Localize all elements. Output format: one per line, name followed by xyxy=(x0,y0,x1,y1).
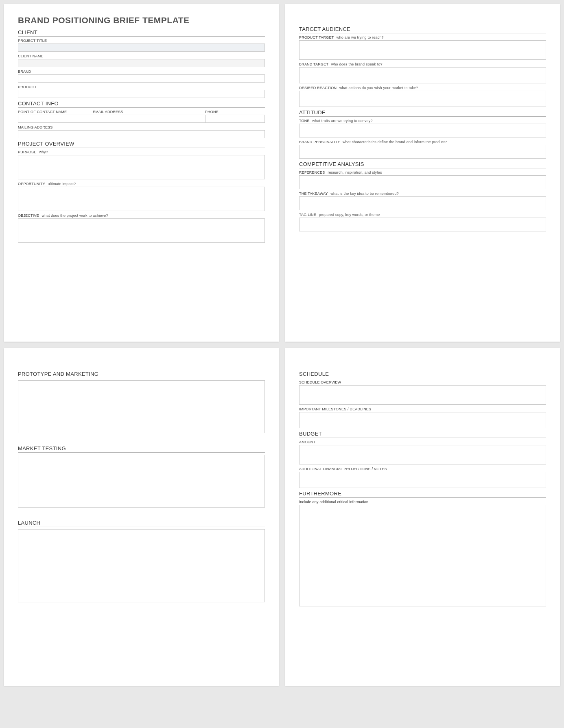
input-market-testing[interactable] xyxy=(18,455,265,508)
section-target-audience: TARGET AUDIENCE xyxy=(299,26,546,33)
label-schedule-overview: SCHEDULE OVERVIEW xyxy=(299,380,546,384)
label-tagline: TAG LINE prepared copy, key words, or th… xyxy=(299,213,546,217)
label-tone: TONE what traits are we trying to convey… xyxy=(299,119,546,123)
label-personality: BRAND PERSONALITY what characteristics d… xyxy=(299,140,546,144)
section-contact: CONTACT INFO xyxy=(18,100,265,108)
section-prototype: PROTOTYPE AND MARKETING xyxy=(18,371,265,378)
input-desired-reaction[interactable] xyxy=(299,91,546,107)
label-product: PRODUCT xyxy=(18,85,265,89)
input-purpose[interactable] xyxy=(18,155,265,179)
label-furthermore-hint: include any additional critical informat… xyxy=(299,500,546,504)
section-overview: PROJECT OVERVIEW xyxy=(18,141,265,148)
input-tagline[interactable] xyxy=(299,218,546,231)
input-schedule-overview[interactable] xyxy=(299,385,546,405)
label-brand: BRAND xyxy=(18,70,265,74)
label-objective: OBJECTIVE what does the project work to … xyxy=(18,214,265,218)
label-brand-target: BRAND TARGET who does the brand speak to… xyxy=(299,62,546,66)
label-takeaway: THE TAKEAWAY what is the key idea to be … xyxy=(299,192,546,196)
section-launch: LAUNCH xyxy=(18,520,265,527)
section-attitude: ATTITUDE xyxy=(299,109,546,117)
section-market-testing: MARKET TESTING xyxy=(18,445,265,453)
input-personality[interactable] xyxy=(299,145,546,159)
section-furthermore: FURTHERMORE xyxy=(299,490,546,498)
label-email: EMAIL ADDRESS xyxy=(93,110,205,114)
input-milestones[interactable] xyxy=(299,412,546,428)
section-competitive: COMPETITIVE ANALYSIS xyxy=(299,161,546,168)
label-opportunity: OPPORTUNITY ultimate impact? xyxy=(18,182,265,186)
input-brand[interactable] xyxy=(18,74,265,83)
input-tone[interactable] xyxy=(299,124,546,137)
label-milestones: IMPORTANT MILESTONES / DEADLINES xyxy=(299,407,546,411)
label-mailing: MAILING ADDRESS xyxy=(18,125,265,129)
label-desired-reaction: DESIRED REACTION what actions do you wis… xyxy=(299,86,546,90)
input-product[interactable] xyxy=(18,90,265,98)
label-financial-notes: ADDITIONAL FINANCIAL PROJECTIONS / NOTES xyxy=(299,467,546,471)
page-3: PROTOTYPE AND MARKETING MARKET TESTING L… xyxy=(4,348,279,686)
label-purpose: PURPOSE why? xyxy=(18,150,265,154)
section-budget: BUDGET xyxy=(299,431,546,438)
page-4: SCHEDULE SCHEDULE OVERVIEW IMPORTANT MIL… xyxy=(285,348,560,686)
input-phone[interactable] xyxy=(205,115,265,123)
input-email[interactable] xyxy=(93,115,205,123)
page-2: TARGET AUDIENCE PRODUCT TARGET who are w… xyxy=(285,4,560,342)
input-project-title[interactable] xyxy=(18,44,265,52)
label-product-target: PRODUCT TARGET who are we trying to reac… xyxy=(299,35,546,39)
input-prototype[interactable] xyxy=(18,380,265,433)
input-takeaway[interactable] xyxy=(299,196,546,210)
input-financial-notes[interactable] xyxy=(299,472,546,488)
input-brand-target[interactable] xyxy=(299,67,546,83)
input-launch[interactable] xyxy=(18,529,265,602)
input-opportunity[interactable] xyxy=(18,187,265,211)
input-mailing[interactable] xyxy=(18,130,265,138)
page-1: BRAND POSITIONING BRIEF TEMPLATE CLIENT … xyxy=(4,4,279,342)
input-poc[interactable] xyxy=(18,115,93,123)
label-poc: POINT OF CONTACT NAME xyxy=(18,110,93,114)
section-client: CLIENT xyxy=(18,29,265,37)
label-references: REFERENCES research, inspiration, and st… xyxy=(299,170,546,174)
input-objective[interactable] xyxy=(18,218,265,243)
label-client-name: CLIENT NAME xyxy=(18,54,265,58)
input-amount[interactable] xyxy=(299,445,546,464)
input-references[interactable] xyxy=(299,175,546,189)
label-amount: AMOUNT xyxy=(299,440,546,444)
label-phone: PHONE xyxy=(205,110,265,114)
input-furthermore[interactable] xyxy=(299,505,546,606)
input-client-name[interactable] xyxy=(18,59,265,67)
doc-title: BRAND POSITIONING BRIEF TEMPLATE xyxy=(18,15,265,25)
input-product-target[interactable] xyxy=(299,40,546,60)
section-schedule: SCHEDULE xyxy=(299,371,546,378)
label-project-title: PROJECT TITLE xyxy=(18,39,265,43)
